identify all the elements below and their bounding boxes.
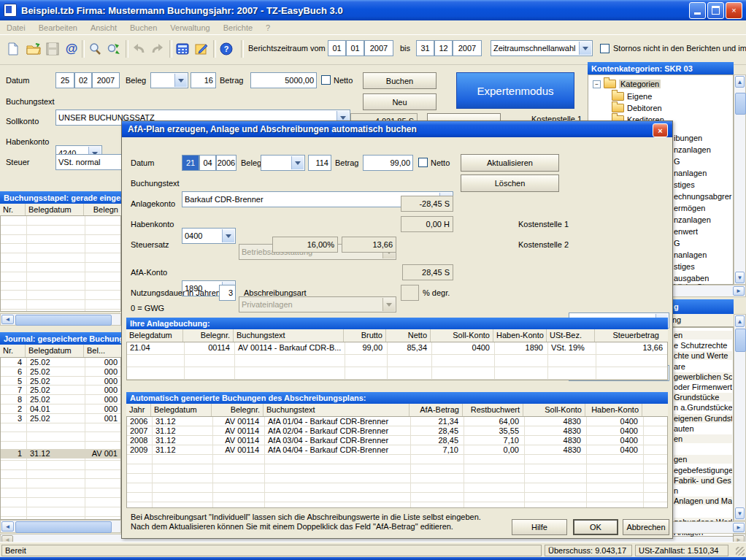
journal-hscroll-thumb[interactable] <box>15 521 112 533</box>
tree-item-partial[interactable]: G <box>674 239 680 248</box>
plan-cell[interactable]: 4830 <box>525 436 584 445</box>
account-item-partial[interactable]: en <box>674 331 732 340</box>
journal-cell[interactable]: 25.02 <box>27 386 78 394</box>
neu-button[interactable]: Neu <box>363 93 437 110</box>
period-to-year[interactable]: 2007 <box>453 40 482 56</box>
tree-item-partial[interactable]: G <box>674 157 680 166</box>
minimize-button[interactable] <box>689 2 706 19</box>
redo-button[interactable] <box>149 40 166 58</box>
anlage-cell[interactable]: 99,00 <box>345 343 385 352</box>
journal-cell[interactable]: 000 <box>85 377 120 386</box>
plan-cell[interactable]: 64,00 <box>464 417 522 426</box>
main-beleg-combo[interactable] <box>150 72 188 88</box>
account-item-partial[interactable]: gen <box>674 455 732 464</box>
email-button[interactable]: @ <box>63 40 80 58</box>
account-item-partial[interactable]: en <box>674 434 732 443</box>
plan-table[interactable]: 2006 31.12 AV 00114 AfA 01/04 - Barkauf … <box>126 417 668 508</box>
account-item-partial[interactable]: egebefestigunge <box>674 466 732 475</box>
anlage-cell[interactable]: 85,34 <box>388 343 430 352</box>
journal-cell[interactable]: 25.02 <box>27 395 78 404</box>
dialog-title-bar[interactable]: AfA-Plan erzeugen, Anlage und Abschreibu… <box>122 121 672 137</box>
dlg-anlagekonto-combo[interactable]: 0400 <box>182 228 236 244</box>
period-to-month[interactable]: 12 <box>434 40 453 56</box>
plan-cell[interactable]: 35,55 <box>464 426 522 435</box>
plan-cell[interactable]: 31.12 <box>153 445 211 454</box>
journal-cell[interactable]: 04.01 <box>27 404 78 413</box>
journal-hscrollbar[interactable]: ◄ <box>0 520 121 533</box>
plan-cell[interactable]: 31.12 <box>153 436 211 445</box>
anlage-cell[interactable]: 00114 <box>185 343 233 352</box>
plan-cell[interactable]: 4830 <box>525 426 584 435</box>
plan-cell[interactable]: 0400 <box>587 436 641 445</box>
account-item-partial[interactable]: eigenen Grundst <box>674 414 732 423</box>
stornos-checkbox[interactable] <box>600 44 610 53</box>
journal-cell[interactable]: 6 <box>1 367 25 376</box>
main-datum-day[interactable]: 25 <box>55 72 74 88</box>
journal-col-nr[interactable]: Nr. <box>0 345 26 357</box>
plan-cell[interactable]: 28,45 <box>411 436 461 445</box>
account-item-partial[interactable]: n a.Grundstücke <box>674 403 732 412</box>
scroll-up-icon[interactable]: ▲ <box>735 76 745 88</box>
period-from-day[interactable]: 01 <box>328 40 346 56</box>
dlg-netto-checkbox[interactable] <box>418 158 428 167</box>
plan-cell[interactable]: 7,10 <box>411 445 461 454</box>
plan-cell[interactable]: AV 00114 <box>213 445 262 454</box>
menu-berichte[interactable]: Berichte <box>217 22 259 34</box>
categories-vscrollbar[interactable]: ▲ ▼ <box>734 74 746 285</box>
tree-item-partial[interactable]: nanlagen <box>674 169 707 177</box>
main-beleg-nr[interactable]: 16 <box>191 72 216 88</box>
tree-item-kategorien[interactable]: − Kategorien <box>593 80 661 88</box>
accounts-hscrollbar[interactable]: ► <box>672 521 746 534</box>
plan-cell[interactable]: AfA 03/04 - Barkauf CDR-Brenner <box>265 436 408 445</box>
plan-cell[interactable]: 0,00 <box>464 445 522 454</box>
account-item-partial[interactable]: chte und Werte <box>674 351 732 360</box>
scroll-down-icon[interactable]: ▼ <box>735 272 745 283</box>
stack-hscroll-thumb[interactable] <box>15 315 112 326</box>
tree-item-partial[interactable]: nanlagen <box>674 250 707 259</box>
ok-button[interactable]: OK <box>573 519 618 535</box>
plan-cell[interactable]: 0400 <box>587 445 641 454</box>
journal-col-beleg[interactable]: Bel... <box>84 345 121 357</box>
plan-cell[interactable]: AV 00114 <box>213 426 262 435</box>
account-item-partial[interactable]: Grundstücke <box>674 393 732 402</box>
dlg-beleg-combo[interactable] <box>261 155 305 171</box>
calculator-button[interactable] <box>174 40 191 58</box>
journal-table[interactable]: 4 25.02 000 6 25.02 000 5 25.02 000 7 25… <box>0 358 121 520</box>
new-document-button[interactable] <box>4 40 22 58</box>
plan-cell[interactable]: 7,10 <box>464 436 522 445</box>
journal-cell[interactable]: 000 <box>85 386 120 394</box>
buchen-button[interactable]: Buchen <box>363 72 437 89</box>
journal-cell[interactable]: 8 <box>1 395 25 404</box>
scroll-left-icon[interactable]: ◄ <box>1 521 14 532</box>
menu-ansicht[interactable]: Ansicht <box>84 22 123 34</box>
journal-cell[interactable]: 000 <box>85 367 120 376</box>
hilfe-button[interactable]: Hilfe <box>512 519 567 535</box>
scroll-right-icon[interactable]: ► <box>733 286 745 296</box>
menu-verwaltung[interactable]: Verwaltung <box>164 22 216 34</box>
journal-cell[interactable]: 25.02 <box>27 414 78 423</box>
maximize-button[interactable] <box>707 2 724 19</box>
categories-vscroll-thumb[interactable] <box>735 93 746 115</box>
dlg-datum-month[interactable]: 04 <box>199 155 216 171</box>
resize-grip[interactable] <box>736 547 745 556</box>
journal-selected-row[interactable]: 1 31.12 AV 001 <box>1 449 120 459</box>
scroll-right-icon[interactable]: ► <box>733 523 745 532</box>
tree-item-partial[interactable]: ausgaben <box>674 274 709 283</box>
plan-cell[interactable]: 4830 <box>525 445 584 454</box>
journal-col-belegdatum[interactable]: Belegdatum <box>26 345 84 357</box>
plan-cell[interactable]: 21,34 <box>411 417 461 426</box>
tree-item-partial[interactable]: ermögen <box>674 204 705 212</box>
dialog-close-button[interactable]: × <box>653 123 668 137</box>
account-item-partial[interactable]: auten <box>674 424 732 433</box>
dlg-beleg-nr[interactable]: 114 <box>308 155 331 171</box>
anlage-cell[interactable]: 13,66 <box>596 343 666 352</box>
dlg-datum-year[interactable]: 2006 <box>216 155 237 171</box>
aktualisieren-button[interactable]: Aktualisieren <box>461 154 559 172</box>
tree-collapse-icon[interactable]: − <box>593 80 601 88</box>
account-item-partial[interactable]: Anlagen und Ma <box>674 496 732 505</box>
main-datum-month[interactable]: 02 <box>74 72 92 88</box>
plan-cell[interactable]: 2006 <box>127 417 150 426</box>
journal-cell[interactable]: 25.02 <box>27 367 78 376</box>
tree-item-partial[interactable]: ibungen <box>674 134 702 142</box>
undo-button[interactable] <box>130 40 147 58</box>
